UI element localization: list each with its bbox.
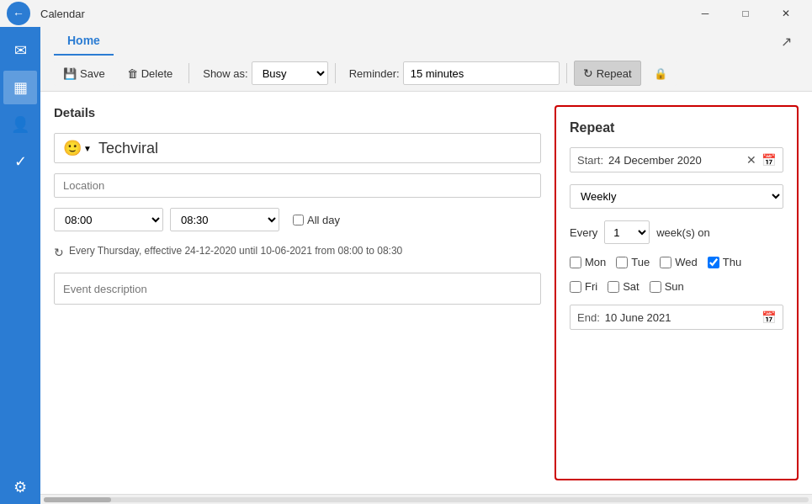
separator-1 (188, 63, 189, 83)
ribbon-tabs: Home ↗ (40, 27, 812, 56)
every-label: Every (570, 226, 597, 239)
emoji-chevron-icon: ▼ (83, 144, 92, 153)
delete-button[interactable]: 🗑 Delete (118, 61, 183, 86)
every-suffix: week(s) on (656, 226, 710, 239)
app-body: ✉ ▦ 👤 ✓ ⚙ Home ↗ 💾 Save 🗑 Delet (0, 27, 812, 504)
tab-home[interactable]: Home (54, 27, 114, 56)
day-wed[interactable]: Wed (660, 256, 698, 268)
description-input[interactable] (54, 273, 541, 305)
separator-3 (566, 63, 567, 83)
window-controls: ─ □ ✕ (686, 0, 805, 27)
sidebar-item-mail[interactable]: ✉ (3, 34, 37, 67)
repeat-end-calendar-icon[interactable]: 📅 (762, 310, 776, 324)
day-tue-checkbox[interactable] (616, 257, 628, 268)
show-as-select[interactable]: Busy Free Tentative (252, 61, 328, 85)
days-row: Mon Tue Wed Thu (570, 256, 783, 268)
repeat-end-row: End: 10 June 2021 📅 (570, 305, 783, 330)
delete-icon: 🗑 (127, 67, 138, 80)
days-row-2: Fri Sat Sun (570, 280, 783, 293)
main-area: Details 🙂 ▼ 08:00 08:30 09:00 (40, 92, 812, 494)
show-as-label: Show as: (203, 67, 247, 80)
reminder-input[interactable] (403, 61, 560, 85)
location-input[interactable] (54, 173, 541, 198)
repeat-panel-title: Repeat (570, 120, 783, 135)
details-title: Details (54, 105, 541, 119)
ribbon-toolbar: 💾 Save 🗑 Delete Show as: Busy Free Tenta… (40, 56, 812, 91)
recurrence-icon: ↻ (54, 246, 64, 259)
reminder-label: Reminder: (349, 67, 400, 80)
repeat-end-label: End: (577, 311, 600, 324)
day-tue[interactable]: Tue (616, 256, 650, 268)
day-thu[interactable]: Thu (708, 256, 741, 268)
end-time-select[interactable]: 08:30 09:00 09:30 (170, 208, 279, 231)
sidebar-item-tasks[interactable]: ✓ (3, 145, 37, 178)
back-button[interactable]: ← (7, 2, 30, 25)
scrollbar-area (40, 494, 812, 504)
start-time-select[interactable]: 08:00 08:30 09:00 (54, 208, 163, 231)
day-sun-checkbox[interactable] (650, 281, 661, 293)
day-thu-checkbox[interactable] (708, 257, 719, 268)
sidebar-item-people[interactable]: 👤 (3, 108, 37, 141)
save-button[interactable]: 💾 Save (54, 61, 114, 86)
minimize-button[interactable]: ─ (686, 0, 724, 27)
day-wed-checkbox[interactable] (660, 257, 671, 268)
all-day-label: All day (293, 214, 340, 226)
day-sat-checkbox[interactable] (608, 281, 619, 293)
external-link-icon[interactable]: ↗ (781, 34, 792, 50)
repeat-start-label: Start: (577, 154, 603, 167)
repeat-icon: ↻ (583, 66, 593, 80)
repeat-start-row: Start: 24 December 2020 ✕ 📅 (570, 147, 783, 172)
day-mon-checkbox[interactable] (570, 257, 581, 268)
every-row: Every 1 2 3 week(s) on (570, 220, 783, 244)
every-num-select[interactable]: 1 2 3 (604, 220, 650, 244)
repeat-end-date: 10 June 2021 (605, 311, 756, 324)
sidebar-item-settings[interactable]: ⚙ (3, 470, 37, 504)
ribbon: Home ↗ 💾 Save 🗑 Delete Show as: Busy (40, 27, 812, 92)
repeat-start-date: 24 December 2020 (608, 154, 741, 167)
event-title-row: 🙂 ▼ (54, 133, 541, 163)
app-title: Calendar (40, 8, 85, 20)
day-sun[interactable]: Sun (650, 280, 684, 293)
emoji-picker-button[interactable]: 🙂 ▼ (63, 139, 92, 157)
day-mon[interactable]: Mon (570, 256, 606, 268)
lock-icon: 🔒 (654, 67, 667, 80)
separator-2 (335, 63, 336, 83)
titlebar: ← Calendar ─ □ ✕ (0, 0, 812, 27)
emoji-icon: 🙂 (63, 139, 82, 157)
main-content: Home ↗ 💾 Save 🗑 Delete Show as: Busy (40, 27, 812, 504)
recurrence-info: ↻ Every Thursday, effective 24-12-2020 u… (54, 241, 541, 263)
close-button[interactable]: ✕ (767, 0, 805, 27)
maximize-button[interactable]: □ (726, 0, 765, 27)
event-title-input[interactable] (98, 140, 532, 157)
all-day-checkbox[interactable] (293, 215, 304, 225)
repeat-panel: Repeat Start: 24 December 2020 ✕ 📅 Daily… (555, 105, 799, 480)
day-sat[interactable]: Sat (608, 280, 640, 293)
day-fri-checkbox[interactable] (570, 281, 581, 293)
repeat-clear-button[interactable]: ✕ (746, 153, 756, 167)
sidebar: ✉ ▦ 👤 ✓ ⚙ (0, 27, 40, 504)
repeat-frequency-select[interactable]: Daily Weekly Monthly Yearly (570, 184, 783, 209)
save-icon: 💾 (63, 67, 77, 80)
repeat-button[interactable]: ↻ Repeat (574, 61, 641, 86)
details-panel: Details 🙂 ▼ 08:00 08:30 09:00 (54, 105, 541, 480)
repeat-start-calendar-icon[interactable]: 📅 (762, 153, 776, 167)
scrollbar-thumb[interactable] (44, 497, 111, 502)
scrollbar-track[interactable] (44, 497, 809, 502)
sidebar-item-calendar[interactable]: ▦ (3, 71, 37, 104)
time-row: 08:00 08:30 09:00 08:30 09:00 09:30 All … (54, 208, 541, 231)
day-fri[interactable]: Fri (570, 280, 597, 293)
lock-button[interactable]: 🔒 (645, 61, 677, 86)
